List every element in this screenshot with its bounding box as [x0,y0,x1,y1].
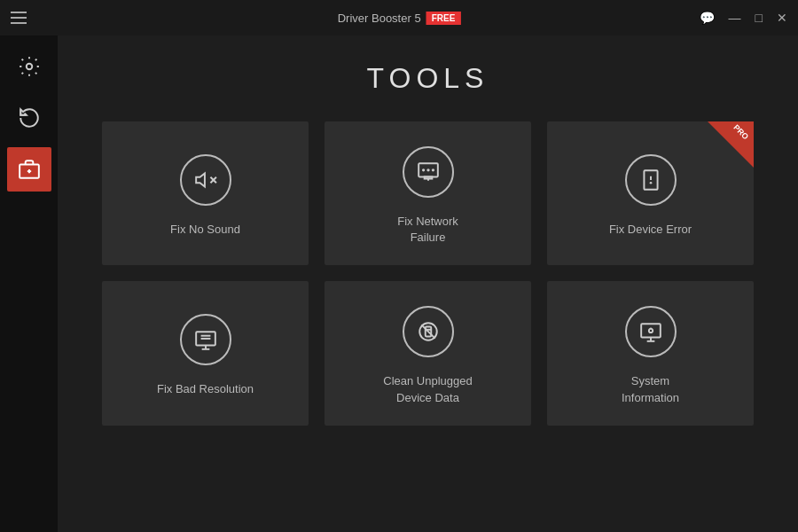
fix-network-icon [403,146,454,198]
svg-point-28 [648,329,652,332]
main-layout: TOOLS Fix No Sound [0,35,798,532]
tools-grid: Fix No Sound Fix NetworkFailure [102,121,754,426]
sidebar-item-tools[interactable] [7,147,51,192]
sidebar-item-restore[interactable] [7,96,51,140]
tool-clean-unplugged[interactable]: Clean UnpluggedDevice Data [325,281,531,425]
menu-button[interactable] [11,12,27,24]
sidebar [0,35,58,532]
title-bar-controls: 💬 — □ ✕ [700,12,787,24]
system-info-label: SystemInformation [622,373,679,405]
title-bar: Driver Booster 5 FREE 💬 — □ ✕ [0,0,798,35]
free-badge: FREE [426,12,461,25]
restore-icon [18,106,41,129]
clean-unplugged-icon [403,306,454,357]
fix-resolution-label: Fix Bad Resolution [157,381,254,397]
content-area: TOOLS Fix No Sound [58,35,798,532]
maximize-button[interactable]: □ [755,12,763,24]
tool-fix-network-failure[interactable]: Fix NetworkFailure [325,121,531,265]
page-title: TOOLS [102,62,754,95]
pro-badge [708,121,754,168]
svg-rect-25 [641,325,661,338]
settings-icon [18,55,41,78]
fix-no-sound-label: Fix No Sound [170,222,240,238]
close-button[interactable]: ✕ [777,12,787,24]
sidebar-item-settings[interactable] [7,44,51,89]
fix-resolution-icon [180,314,231,365]
tools-icon [18,158,41,181]
fix-device-icon [625,154,677,206]
chat-button[interactable]: 💬 [700,12,715,24]
fix-no-sound-icon [180,154,231,206]
title-bar-left [11,12,27,24]
app-name: Driver Booster 5 [338,12,421,25]
tool-system-info[interactable]: SystemInformation [547,281,754,425]
tool-fix-bad-resolution[interactable]: Fix Bad Resolution [102,281,309,425]
svg-rect-8 [424,176,432,178]
minimize-button[interactable]: — [729,12,741,24]
fix-device-label: Fix Device Error [609,222,692,238]
system-info-icon [625,306,677,357]
clean-unplugged-label: Clean UnpluggedDevice Data [383,373,472,405]
app-title-area: Driver Booster 5 FREE [338,12,461,25]
svg-point-0 [26,64,32,70]
svg-marker-4 [196,174,205,187]
tool-fix-device-error[interactable]: PRO Fix Device Error [547,121,754,265]
tool-fix-no-sound[interactable]: Fix No Sound [102,121,309,265]
fix-network-label: Fix NetworkFailure [397,214,458,246]
